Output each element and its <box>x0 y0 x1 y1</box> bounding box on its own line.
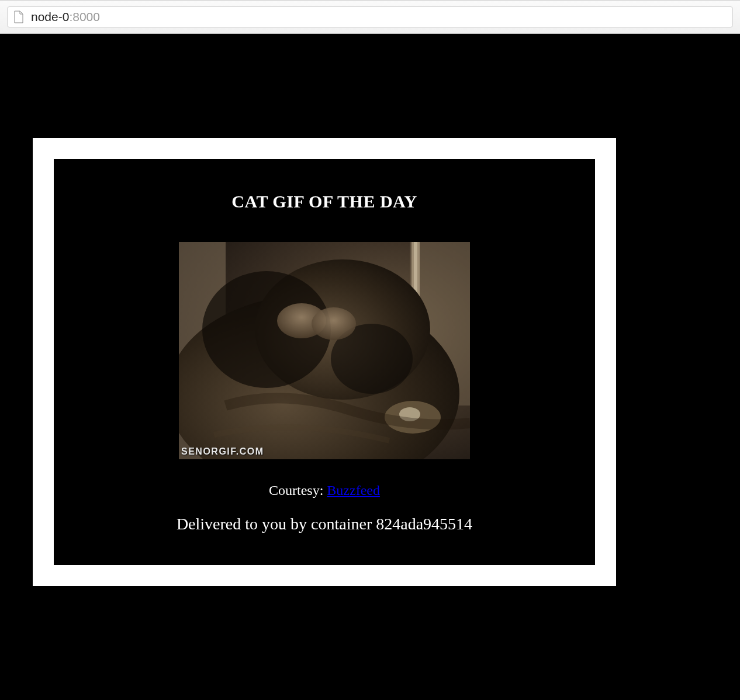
courtesy-line: Courtesy: Buzzfeed <box>77 483 572 498</box>
url-port: :8000 <box>69 10 100 24</box>
page-icon <box>13 11 24 23</box>
outer-card: CAT GIF OF THE DAY <box>33 138 616 586</box>
page-viewport: CAT GIF OF THE DAY <box>0 34 740 700</box>
address-bar[interactable]: node-0:8000 <box>7 6 733 27</box>
inner-card: CAT GIF OF THE DAY <box>54 159 595 565</box>
svg-point-10 <box>312 307 356 340</box>
delivered-line: Delivered to you by container 824ada9455… <box>77 515 572 533</box>
url-host: node-0 <box>31 10 69 24</box>
container-id: 824ada945514 <box>376 515 472 533</box>
browser-chrome: node-0:8000 <box>0 0 740 34</box>
cat-gif-image: SENORGIF.COM <box>179 242 470 459</box>
page-heading: CAT GIF OF THE DAY <box>77 192 572 212</box>
gif-watermark: SENORGIF.COM <box>181 446 264 457</box>
courtesy-link[interactable]: Buzzfeed <box>327 483 380 498</box>
courtesy-label: Courtesy: <box>269 483 327 498</box>
delivered-prefix: Delivered to you by container <box>177 515 376 533</box>
